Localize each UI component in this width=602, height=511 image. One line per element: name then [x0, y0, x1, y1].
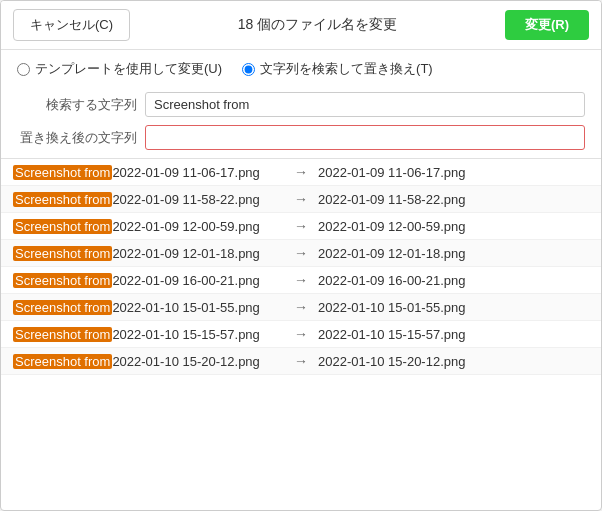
search-row: 検索する文字列 [17, 92, 585, 117]
search-input[interactable] [145, 92, 585, 117]
file-original: Screenshot from 2022-01-09 11-06-17.png [13, 165, 284, 180]
option2-radio[interactable]: 文字列を検索して置き換え(T) [242, 60, 433, 78]
file-original: Screenshot from 2022-01-09 16-00-21.png [13, 273, 284, 288]
file-new-name: 2022-01-10 15-15-57.png [318, 327, 589, 342]
arrow-icon: → [294, 272, 308, 288]
option1-label: テンプレートを使用して変更(U) [35, 60, 222, 78]
confirm-button[interactable]: 変更(R) [505, 10, 589, 40]
dialog-header: キャンセル(C) 18 個のファイル名を変更 変更(R) [1, 1, 601, 50]
replace-label: 置き換え後の文字列 [17, 129, 137, 147]
replace-input[interactable] [145, 125, 585, 150]
file-original: Screenshot from 2022-01-09 12-00-59.png [13, 219, 284, 234]
arrow-icon: → [294, 299, 308, 315]
dialog-title: 18 個のファイル名を変更 [238, 16, 397, 34]
table-row: Screenshot from 2022-01-09 11-06-17.png→… [1, 159, 601, 186]
cancel-button[interactable]: キャンセル(C) [13, 9, 130, 41]
file-new-name: 2022-01-09 16-00-21.png [318, 273, 589, 288]
table-row: Screenshot from 2022-01-10 15-20-12.png→… [1, 348, 601, 375]
table-row: Screenshot from 2022-01-10 15-01-55.png→… [1, 294, 601, 321]
option2-radio-input[interactable] [242, 63, 255, 76]
form-section: 検索する文字列 置き換え後の文字列 [1, 88, 601, 158]
file-original: Screenshot from 2022-01-09 12-01-18.png [13, 246, 284, 261]
arrow-icon: → [294, 353, 308, 369]
match-highlight: Screenshot from [13, 246, 112, 261]
match-highlight: Screenshot from [13, 192, 112, 207]
match-highlight: Screenshot from [13, 273, 112, 288]
arrow-icon: → [294, 218, 308, 234]
arrow-icon: → [294, 326, 308, 342]
table-row: Screenshot from 2022-01-10 15-15-57.png→… [1, 321, 601, 348]
file-original: Screenshot from 2022-01-10 15-01-55.png [13, 300, 284, 315]
file-list: Screenshot from 2022-01-09 11-06-17.png→… [1, 158, 601, 510]
file-original: Screenshot from 2022-01-10 15-20-12.png [13, 354, 284, 369]
file-new-name: 2022-01-10 15-01-55.png [318, 300, 589, 315]
file-original: Screenshot from 2022-01-09 11-58-22.png [13, 192, 284, 207]
table-row: Screenshot from 2022-01-09 16-00-21.png→… [1, 267, 601, 294]
file-new-name: 2022-01-10 15-20-12.png [318, 354, 589, 369]
table-row: Screenshot from 2022-01-09 12-00-59.png→… [1, 213, 601, 240]
arrow-icon: → [294, 191, 308, 207]
rename-dialog: キャンセル(C) 18 個のファイル名を変更 変更(R) テンプレートを使用して… [0, 0, 602, 511]
options-row: テンプレートを使用して変更(U) 文字列を検索して置き換え(T) [1, 50, 601, 88]
option1-radio[interactable]: テンプレートを使用して変更(U) [17, 60, 222, 78]
match-highlight: Screenshot from [13, 327, 112, 342]
match-highlight: Screenshot from [13, 165, 112, 180]
match-highlight: Screenshot from [13, 354, 112, 369]
arrow-icon: → [294, 164, 308, 180]
option2-label: 文字列を検索して置き換え(T) [260, 60, 433, 78]
file-new-name: 2022-01-09 11-06-17.png [318, 165, 589, 180]
file-new-name: 2022-01-09 12-01-18.png [318, 246, 589, 261]
file-original: Screenshot from 2022-01-10 15-15-57.png [13, 327, 284, 342]
match-highlight: Screenshot from [13, 219, 112, 234]
option1-radio-input[interactable] [17, 63, 30, 76]
arrow-icon: → [294, 245, 308, 261]
table-row: Screenshot from 2022-01-09 11-58-22.png→… [1, 186, 601, 213]
table-row: Screenshot from 2022-01-09 12-01-18.png→… [1, 240, 601, 267]
file-new-name: 2022-01-09 11-58-22.png [318, 192, 589, 207]
replace-row: 置き換え後の文字列 [17, 125, 585, 150]
match-highlight: Screenshot from [13, 300, 112, 315]
search-label: 検索する文字列 [17, 96, 137, 114]
file-new-name: 2022-01-09 12-00-59.png [318, 219, 589, 234]
